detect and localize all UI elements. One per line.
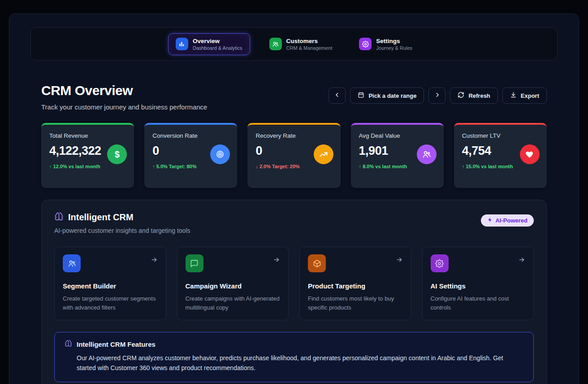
export-label: Export — [521, 92, 539, 99]
feature-description: Configure AI features and cost controls — [431, 294, 526, 312]
date-range-label: Pick a date range — [368, 92, 416, 99]
info-box-title: Intelligent CRM Features — [77, 340, 156, 348]
arrow-right-icon — [396, 256, 403, 265]
download-icon — [510, 92, 517, 100]
page-title: CRM Overview — [41, 83, 207, 98]
kpi-card-customer-ltv: Customer LTV 4,754 ↑ 15.0% vs last month — [454, 123, 547, 188]
kpi-label: Recovery Rate — [255, 132, 332, 139]
kpi-label: Conversion Rate — [152, 132, 229, 139]
kpi-row: Total Revenue 4,122,322 ↑ 12.0% vs last … — [41, 123, 547, 188]
package-icon — [308, 254, 326, 272]
lightning-bolt-icon — [487, 217, 493, 224]
kpi-delta: ↓ 2.0% Target: 20% — [255, 163, 309, 170]
feature-grid: Segment Builder Create targeted customer… — [54, 247, 534, 320]
arrow-right-icon — [518, 256, 525, 265]
arrow-right-icon — [151, 256, 158, 265]
target-icon — [210, 144, 230, 164]
tab-overview[interactable]: Overview Dashboard & Analytics — [168, 33, 250, 55]
users-icon — [63, 254, 81, 272]
gear-icon — [359, 38, 372, 50]
feature-description: Create targeted customer segments with a… — [63, 294, 158, 312]
intelligent-crm-section: Intelligent CRM AI-powered customer insi… — [41, 200, 547, 384]
arrow-right-icon — [273, 256, 280, 265]
kpi-card-recovery-rate: Recovery Rate 0 ↓ 2.0% Target: 20% — [247, 123, 340, 188]
tab-settings[interactable]: Settings Journey & Rules — [351, 33, 420, 55]
feature-card-product-targeting[interactable]: Product Targeting Find customers most li… — [299, 247, 411, 320]
header-actions: Pick a date range Refresh Export — [329, 87, 547, 104]
feature-description: Find customers most likely to buy specif… — [308, 294, 403, 312]
next-date-button[interactable] — [428, 87, 445, 104]
chevron-right-icon — [434, 92, 441, 100]
export-button[interactable]: Export — [502, 87, 547, 104]
kpi-delta: ↑ 5.0% Target: 80% — [152, 163, 206, 170]
feature-card-ai-settings[interactable]: AI Settings Configure AI features and co… — [422, 247, 534, 320]
kpi-label: Total Revenue — [49, 132, 126, 139]
kpi-card-total-revenue: Total Revenue 4,122,322 ↑ 12.0% vs last … — [41, 123, 134, 188]
kpi-label: Customer LTV — [462, 132, 539, 139]
page-header: CRM Overview Track your customer journey… — [41, 83, 547, 111]
brain-icon — [54, 212, 64, 223]
trending-up-icon — [314, 144, 333, 164]
feature-description: Create campaigns with AI-generated multi… — [186, 294, 281, 312]
page-subtitle: Track your customer journey and business… — [41, 103, 207, 111]
bar-chart-icon — [176, 38, 188, 50]
main-panel: Overview Dashboard & Analytics Customers… — [9, 13, 579, 384]
tab-group: Overview Dashboard & Analytics Customers… — [168, 33, 420, 55]
feature-title: AI Settings — [431, 282, 526, 290]
ai-powered-badge: AI-Powered — [481, 214, 534, 227]
users-icon — [417, 144, 437, 164]
kpi-delta: ↑ 8.0% vs last month — [359, 163, 413, 170]
calendar-icon — [358, 92, 364, 100]
feature-card-campaign-wizard[interactable]: Campaign Wizard Create campaigns with AI… — [177, 247, 289, 320]
feature-title: Segment Builder — [63, 282, 158, 290]
kpi-card-avg-deal-value: Avg Deal Value 1,901 ↑ 8.0% vs last mont… — [351, 123, 444, 188]
kpi-delta: ↑ 15.0% vs last month — [462, 163, 516, 170]
intelligent-crm-info-box: Intelligent CRM Features Our AI-powered … — [54, 332, 534, 382]
chevron-left-icon — [334, 92, 341, 100]
brain-icon — [65, 340, 72, 349]
ai-powered-label: AI-Powered — [495, 217, 527, 224]
refresh-icon — [458, 92, 464, 100]
feature-title: Product Targeting — [308, 282, 403, 290]
feature-card-segment-builder[interactable]: Segment Builder Create targeted customer… — [54, 247, 166, 320]
tab-label: Overview — [193, 38, 242, 44]
tab-label: Customers — [286, 38, 333, 44]
tab-sublabel: CRM & Management — [286, 45, 333, 51]
dollar-sign-icon: $ — [107, 144, 127, 164]
gear-icon — [431, 254, 449, 272]
top-navigation: Overview Dashboard & Analytics Customers… — [30, 27, 558, 61]
tab-label: Settings — [376, 38, 412, 44]
users-icon — [269, 38, 282, 50]
date-range-button[interactable]: Pick a date range — [350, 87, 424, 104]
message-square-icon — [186, 254, 203, 272]
kpi-card-conversion-rate: Conversion Rate 0 ↑ 5.0% Target: 80% — [144, 123, 237, 188]
kpi-label: Avg Deal Value — [359, 132, 436, 139]
ai-section-title: Intelligent CRM — [68, 212, 134, 223]
refresh-button[interactable]: Refresh — [450, 87, 497, 104]
prev-date-button[interactable] — [329, 87, 346, 104]
info-box-text: Our AI-powered CRM analyzes customer beh… — [77, 353, 523, 373]
tab-sublabel: Dashboard & Analytics — [193, 45, 242, 51]
kpi-delta: ↑ 12.0% vs last month — [49, 163, 103, 170]
ai-section-subtitle: AI-powered customer insights and targeti… — [54, 227, 190, 234]
refresh-label: Refresh — [468, 92, 490, 99]
feature-title: Campaign Wizard — [186, 282, 281, 290]
heart-icon — [520, 144, 540, 164]
tab-sublabel: Journey & Rules — [376, 45, 412, 51]
tab-customers[interactable]: Customers CRM & Management — [262, 33, 340, 55]
